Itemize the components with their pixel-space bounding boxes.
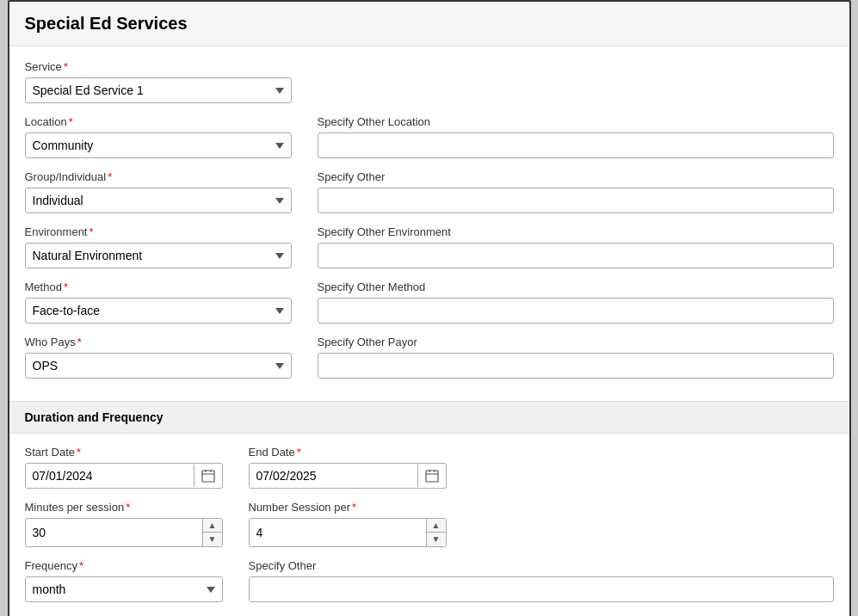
end-date-input[interactable] [250, 464, 417, 488]
end-date-label: End Date* [249, 446, 447, 459]
calendar-icon [425, 469, 439, 483]
calendar-icon [201, 469, 215, 483]
frequency-select[interactable]: month week day year [25, 576, 223, 602]
method-row: Method* Face-to-face Specify Other Metho… [25, 280, 834, 323]
svg-rect-4 [426, 471, 438, 482]
frequency-group: Frequency* month week day year [25, 559, 223, 602]
specify-other-payor-group: Specify Other Payor [318, 336, 834, 379]
specify-other-location-group: Specify Other Location [318, 115, 834, 158]
duration-section-header: Duration and Frequency [9, 401, 849, 434]
specify-other-environment-input[interactable] [318, 243, 834, 268]
specify-other-environment-group: Specify Other Environment [318, 225, 834, 268]
specify-other-location-label: Specify Other Location [318, 115, 834, 128]
main-container: Special Ed Services Service* Special Ed … [8, 0, 851, 616]
method-label: Method* [25, 280, 292, 293]
group-individual-group: Group/Individual* Individual [25, 170, 292, 213]
minutes-per-session-label: Minutes per session* [25, 501, 223, 514]
specify-other-payor-label: Specify Other Payor [318, 336, 834, 348]
number-session-per-label: Number Session per* [249, 501, 447, 514]
environment-group: Environment* Natural Environment [25, 225, 292, 268]
specify-other-freq-label: Specify Other [249, 559, 834, 572]
session-row: Minutes per session* ▲ ▼ Number Session … [25, 501, 834, 547]
environment-select[interactable]: Natural Environment [25, 243, 292, 268]
start-date-input[interactable] [26, 464, 194, 488]
specify-other-group: Specify Other [318, 170, 834, 213]
start-date-calendar-button[interactable] [194, 465, 222, 487]
minutes-increment-button[interactable]: ▲ [203, 519, 222, 533]
environment-row: Environment* Natural Environment Specify… [25, 225, 834, 268]
end-date-wrapper [249, 463, 447, 489]
location-label: Location* [25, 115, 292, 128]
dates-row: Start Date* End Date* [25, 446, 834, 489]
service-select[interactable]: Special Ed Service 1 [25, 77, 292, 103]
specify-other-method-input[interactable] [318, 298, 834, 323]
number-session-per-group: Number Session per* ▲ ▼ [249, 501, 447, 547]
specify-other-label: Specify Other [318, 170, 834, 183]
minutes-per-session-input[interactable] [26, 521, 202, 545]
service-group: Service* Special Ed Service 1 [25, 60, 292, 103]
specify-other-payor-input[interactable] [318, 353, 834, 379]
specify-other-freq-input[interactable] [249, 576, 834, 602]
group-individual-select[interactable]: Individual [25, 188, 292, 213]
specify-other-frequency-group: Specify Other [249, 559, 834, 602]
end-date-calendar-button[interactable] [417, 465, 446, 487]
duration-section: Start Date* End Date* [9, 434, 849, 616]
who-pays-group: Who Pays* OPS [25, 336, 292, 379]
svg-rect-0 [202, 471, 214, 482]
specify-other-environment-label: Specify Other Environment [318, 225, 834, 238]
group-individual-label: Group/Individual* [25, 170, 292, 183]
end-date-group: End Date* [249, 446, 447, 489]
specify-other-method-label: Specify Other Method [318, 280, 834, 293]
who-pays-select[interactable]: OPS [25, 353, 292, 379]
session-increment-button[interactable]: ▲ [427, 519, 446, 533]
who-pays-row: Who Pays* OPS Specify Other Payor [25, 336, 834, 379]
specify-other-input[interactable] [318, 188, 834, 213]
specify-other-location-input[interactable] [318, 132, 834, 158]
frequency-row: Frequency* month week day year Specify O… [25, 559, 834, 602]
location-row: Location* Community Specify Other Locati… [25, 115, 834, 158]
location-select[interactable]: Community [25, 132, 292, 158]
page-title: Special Ed Services [9, 2, 849, 46]
frequency-label: Frequency* [25, 559, 223, 572]
session-spinner-buttons: ▲ ▼ [426, 519, 446, 546]
start-date-group: Start Date* [25, 446, 223, 489]
form-section: Service* Special Ed Service 1 Location* … [9, 46, 849, 401]
minutes-per-session-group: Minutes per session* ▲ ▼ [25, 501, 223, 547]
minutes-per-session-wrapper: ▲ ▼ [25, 518, 223, 547]
method-select[interactable]: Face-to-face [25, 298, 292, 323]
specify-other-method-group: Specify Other Method [318, 280, 834, 323]
location-group: Location* Community [25, 115, 292, 158]
number-session-per-input[interactable] [250, 521, 426, 545]
service-label: Service* [25, 60, 292, 73]
environment-label: Environment* [25, 225, 292, 238]
session-decrement-button[interactable]: ▼ [427, 533, 446, 546]
start-date-label: Start Date* [25, 446, 223, 459]
minutes-spinner-buttons: ▲ ▼ [202, 519, 222, 546]
method-group: Method* Face-to-face [25, 280, 292, 323]
service-row: Service* Special Ed Service 1 [25, 60, 834, 103]
group-individual-row: Group/Individual* Individual Specify Oth… [25, 170, 834, 213]
start-date-wrapper [25, 463, 223, 489]
minutes-decrement-button[interactable]: ▼ [203, 533, 222, 546]
number-session-per-wrapper: ▲ ▼ [249, 518, 447, 547]
who-pays-label: Who Pays* [25, 336, 292, 348]
